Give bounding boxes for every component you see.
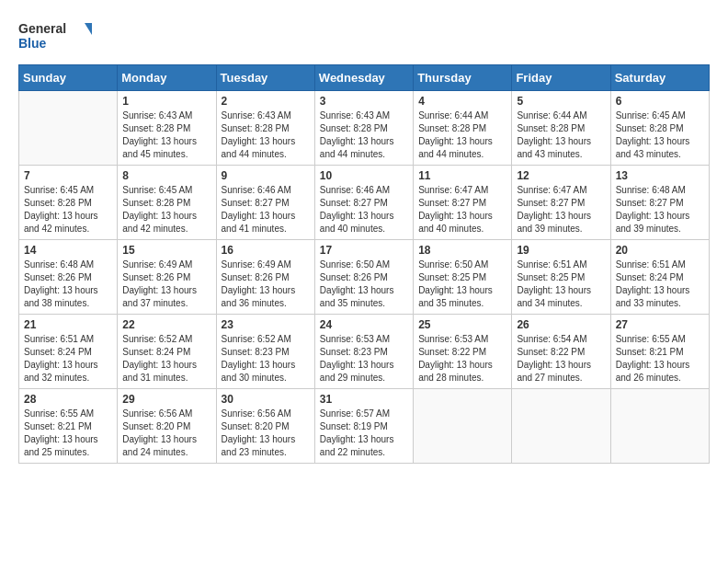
day-cell: 27Sunrise: 6:55 AMSunset: 8:21 PMDayligh… (610, 315, 709, 389)
day-number: 24 (320, 318, 408, 331)
day-number: 10 (320, 169, 408, 182)
day-info: Sunrise: 6:57 AMSunset: 8:19 PMDaylight:… (320, 408, 408, 459)
col-header-sunday: Sunday (19, 65, 118, 91)
day-number: 21 (24, 318, 112, 331)
day-info: Sunrise: 6:45 AMSunset: 8:28 PMDaylight:… (122, 184, 210, 236)
day-cell: 19Sunrise: 6:51 AMSunset: 8:25 PMDayligh… (512, 240, 610, 315)
day-info: Sunrise: 6:51 AMSunset: 8:24 PMDaylight:… (616, 259, 704, 310)
day-number: 25 (418, 318, 506, 331)
day-info: Sunrise: 6:53 AMSunset: 8:22 PMDaylight:… (418, 333, 506, 385)
day-number: 5 (517, 95, 605, 108)
day-cell: 26Sunrise: 6:54 AMSunset: 8:22 PMDayligh… (512, 315, 610, 389)
col-header-tuesday: Tuesday (216, 65, 314, 91)
day-cell: 18Sunrise: 6:50 AMSunset: 8:25 PMDayligh… (414, 240, 512, 315)
day-info: Sunrise: 6:49 AMSunset: 8:26 PMDaylight:… (122, 259, 210, 310)
day-cell: 15Sunrise: 6:49 AMSunset: 8:26 PMDayligh… (118, 240, 216, 315)
day-number: 11 (418, 169, 506, 182)
day-info: Sunrise: 6:43 AMSunset: 8:28 PMDaylight:… (320, 109, 408, 161)
day-cell: 8Sunrise: 6:45 AMSunset: 8:28 PMDaylight… (118, 166, 216, 240)
col-header-friday: Friday (512, 65, 610, 91)
day-cell (19, 91, 118, 166)
day-number: 28 (24, 393, 112, 406)
day-info: Sunrise: 6:54 AMSunset: 8:22 PMDaylight:… (517, 333, 605, 385)
svg-marker-2 (85, 23, 92, 35)
day-number: 23 (222, 318, 310, 331)
page-header: General Blue (18, 18, 710, 55)
day-cell: 13Sunrise: 6:48 AMSunset: 8:27 PMDayligh… (610, 166, 709, 240)
day-cell: 17Sunrise: 6:50 AMSunset: 8:26 PMDayligh… (314, 240, 413, 315)
day-cell: 23Sunrise: 6:52 AMSunset: 8:23 PMDayligh… (216, 315, 314, 389)
day-cell: 6Sunrise: 6:45 AMSunset: 8:28 PMDaylight… (610, 91, 709, 166)
day-number: 4 (418, 95, 506, 108)
day-cell: 28Sunrise: 6:55 AMSunset: 8:21 PMDayligh… (19, 389, 118, 464)
day-number: 1 (122, 95, 210, 108)
day-cell: 30Sunrise: 6:56 AMSunset: 8:20 PMDayligh… (216, 389, 314, 464)
col-header-saturday: Saturday (610, 65, 709, 91)
day-info: Sunrise: 6:48 AMSunset: 8:26 PMDaylight:… (24, 259, 112, 310)
day-number: 8 (122, 169, 210, 182)
week-row-2: 7Sunrise: 6:45 AMSunset: 8:28 PMDaylight… (19, 166, 710, 240)
day-info: Sunrise: 6:52 AMSunset: 8:23 PMDaylight:… (222, 333, 310, 385)
day-number: 26 (517, 318, 605, 331)
day-number: 22 (122, 318, 210, 331)
day-cell (610, 389, 709, 464)
day-cell: 5Sunrise: 6:44 AMSunset: 8:28 PMDaylight… (512, 91, 610, 166)
day-info: Sunrise: 6:56 AMSunset: 8:20 PMDaylight:… (222, 408, 310, 459)
day-number: 16 (222, 244, 310, 257)
svg-text:General: General (18, 21, 66, 36)
day-cell: 31Sunrise: 6:57 AMSunset: 8:19 PMDayligh… (314, 389, 413, 464)
day-info: Sunrise: 6:47 AMSunset: 8:27 PMDaylight:… (517, 184, 605, 236)
week-row-1: 1Sunrise: 6:43 AMSunset: 8:28 PMDaylight… (19, 91, 710, 166)
day-info: Sunrise: 6:49 AMSunset: 8:26 PMDaylight:… (222, 259, 310, 310)
svg-text:Blue: Blue (18, 36, 47, 51)
col-header-wednesday: Wednesday (314, 65, 413, 91)
day-number: 9 (222, 169, 310, 182)
day-number: 12 (517, 169, 605, 182)
day-number: 19 (517, 244, 605, 257)
col-header-monday: Monday (118, 65, 216, 91)
week-row-5: 28Sunrise: 6:55 AMSunset: 8:21 PMDayligh… (19, 389, 710, 464)
day-cell (414, 389, 512, 464)
week-row-4: 21Sunrise: 6:51 AMSunset: 8:24 PMDayligh… (19, 315, 710, 389)
day-info: Sunrise: 6:46 AMSunset: 8:27 PMDaylight:… (222, 184, 310, 236)
logo: General Blue (18, 18, 92, 55)
day-info: Sunrise: 6:48 AMSunset: 8:27 PMDaylight:… (616, 184, 704, 236)
day-info: Sunrise: 6:45 AMSunset: 8:28 PMDaylight:… (24, 184, 112, 236)
day-number: 14 (24, 244, 112, 257)
day-info: Sunrise: 6:55 AMSunset: 8:21 PMDaylight:… (616, 333, 704, 385)
day-info: Sunrise: 6:56 AMSunset: 8:20 PMDaylight:… (122, 408, 210, 459)
day-info: Sunrise: 6:43 AMSunset: 8:28 PMDaylight:… (222, 109, 310, 161)
day-cell: 29Sunrise: 6:56 AMSunset: 8:20 PMDayligh… (118, 389, 216, 464)
day-cell: 24Sunrise: 6:53 AMSunset: 8:23 PMDayligh… (314, 315, 413, 389)
day-cell: 9Sunrise: 6:46 AMSunset: 8:27 PMDaylight… (216, 166, 314, 240)
day-info: Sunrise: 6:50 AMSunset: 8:25 PMDaylight:… (418, 259, 506, 310)
day-info: Sunrise: 6:43 AMSunset: 8:28 PMDaylight:… (122, 109, 210, 161)
day-info: Sunrise: 6:46 AMSunset: 8:27 PMDaylight:… (320, 184, 408, 236)
day-info: Sunrise: 6:51 AMSunset: 8:25 PMDaylight:… (517, 259, 605, 310)
day-cell: 2Sunrise: 6:43 AMSunset: 8:28 PMDaylight… (216, 91, 314, 166)
day-number: 17 (320, 244, 408, 257)
day-number: 7 (24, 169, 112, 182)
day-number: 29 (122, 393, 210, 406)
day-info: Sunrise: 6:55 AMSunset: 8:21 PMDaylight:… (24, 408, 112, 459)
logo-svg: General Blue (18, 18, 92, 55)
day-cell: 21Sunrise: 6:51 AMSunset: 8:24 PMDayligh… (19, 315, 118, 389)
day-cell: 4Sunrise: 6:44 AMSunset: 8:28 PMDaylight… (414, 91, 512, 166)
day-headers-row: SundayMondayTuesdayWednesdayThursdayFrid… (19, 65, 710, 91)
day-number: 30 (222, 393, 310, 406)
day-number: 20 (616, 244, 704, 257)
day-number: 2 (222, 95, 310, 108)
day-number: 3 (320, 95, 408, 108)
day-number: 27 (616, 318, 704, 331)
day-info: Sunrise: 6:53 AMSunset: 8:23 PMDaylight:… (320, 333, 408, 385)
day-cell: 3Sunrise: 6:43 AMSunset: 8:28 PMDaylight… (314, 91, 413, 166)
col-header-thursday: Thursday (414, 65, 512, 91)
day-cell: 25Sunrise: 6:53 AMSunset: 8:22 PMDayligh… (414, 315, 512, 389)
day-cell: 10Sunrise: 6:46 AMSunset: 8:27 PMDayligh… (314, 166, 413, 240)
day-cell: 22Sunrise: 6:52 AMSunset: 8:24 PMDayligh… (118, 315, 216, 389)
day-info: Sunrise: 6:44 AMSunset: 8:28 PMDaylight:… (418, 109, 506, 161)
day-info: Sunrise: 6:47 AMSunset: 8:27 PMDaylight:… (418, 184, 506, 236)
day-number: 13 (616, 169, 704, 182)
day-cell: 16Sunrise: 6:49 AMSunset: 8:26 PMDayligh… (216, 240, 314, 315)
day-cell: 7Sunrise: 6:45 AMSunset: 8:28 PMDaylight… (19, 166, 118, 240)
